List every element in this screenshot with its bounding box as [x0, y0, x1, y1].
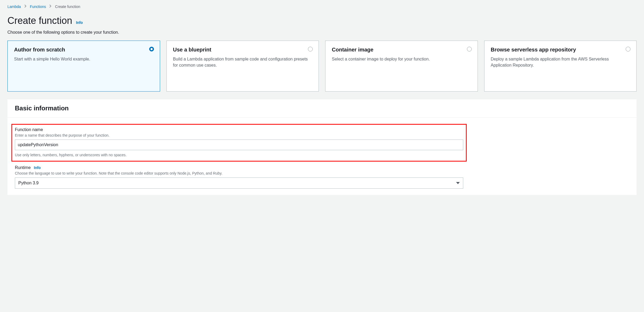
radio-icon — [308, 47, 313, 51]
breadcrumb: Lambda Functions Create function — [7, 4, 637, 9]
option-title: Use a blueprint — [173, 47, 312, 53]
function-name-block: Function name Enter a name that describe… — [11, 124, 467, 162]
option-desc: Start with a simple Hello World example. — [14, 56, 153, 62]
option-title: Author from scratch — [14, 47, 153, 53]
chevron-right-icon — [24, 4, 27, 9]
page-root: Lambda Functions Create function Create … — [0, 0, 644, 195]
title-row: Create function Info — [7, 15, 637, 26]
option-title: Container image — [332, 47, 471, 53]
breadcrumb-current: Create function — [55, 5, 80, 9]
radio-icon — [467, 47, 472, 51]
chevron-right-icon — [49, 4, 52, 9]
option-browse-serverless-repo[interactable]: Browse serverless app repository Deploy … — [484, 41, 637, 92]
option-author-from-scratch[interactable]: Author from scratch Start with a simple … — [7, 41, 160, 92]
runtime-value: Python 3.9 — [18, 181, 39, 185]
page-title: Create function — [7, 15, 72, 26]
option-container-image[interactable]: Container image Select a container image… — [325, 41, 478, 92]
function-name-input[interactable] — [15, 140, 463, 150]
runtime-select[interactable]: Python 3.9 — [15, 177, 463, 189]
panel-header: Basic information — [7, 99, 637, 118]
info-link[interactable]: Info — [76, 20, 83, 25]
panel-body: Function name Enter a name that describe… — [7, 118, 637, 195]
page-subtitle: Choose one of the following options to c… — [7, 30, 637, 35]
function-name-constraint: Use only letters, numbers, hyphens, or u… — [15, 153, 463, 157]
runtime-block: Runtime Info Choose the language to use … — [15, 165, 629, 189]
basic-information-panel: Basic information Function name Enter a … — [7, 99, 637, 195]
caret-down-icon — [456, 182, 460, 184]
function-name-label: Function name — [15, 127, 43, 132]
option-use-blueprint[interactable]: Use a blueprint Build a Lambda applicati… — [166, 41, 319, 92]
options-grid: Author from scratch Start with a simple … — [7, 41, 637, 92]
runtime-desc: Choose the language to use to write your… — [15, 171, 463, 175]
panel-heading: Basic information — [15, 105, 629, 112]
option-desc: Build a Lambda application from sample c… — [173, 56, 312, 68]
option-desc: Deploy a sample Lambda application from … — [491, 56, 630, 68]
runtime-label: Runtime — [15, 165, 31, 170]
radio-icon — [626, 47, 630, 51]
radio-icon — [149, 47, 154, 51]
runtime-info-link[interactable]: Info — [34, 166, 41, 170]
breadcrumb-functions[interactable]: Functions — [30, 5, 46, 9]
option-desc: Select a container image to deploy for y… — [332, 56, 471, 62]
breadcrumb-lambda[interactable]: Lambda — [7, 5, 21, 9]
option-title: Browse serverless app repository — [491, 47, 630, 53]
function-name-desc: Enter a name that describes the purpose … — [15, 133, 463, 137]
